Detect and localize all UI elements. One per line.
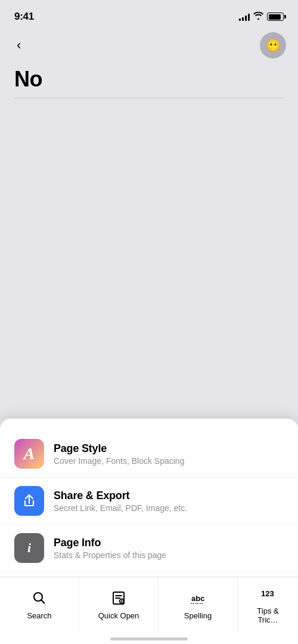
page-info-title: Page Info	[54, 537, 166, 549]
tips-icon: 123	[260, 586, 276, 603]
page-info-icon: i	[27, 540, 31, 556]
header: ‹ 😶	[0, 29, 298, 62]
page-style-subtitle: Cover Image, Fonts, Block Spacing	[54, 456, 184, 466]
toolbar-item-quick-open[interactable]: Quick Open	[79, 577, 159, 633]
share-export-text: Share & Export Secret Link, Email, PDF, …	[54, 490, 187, 513]
toolbar-search-label: Search	[2, 611, 76, 620]
page-info-text: Page Info Stats & Properties of this pag…	[54, 537, 166, 560]
spelling-icon: abc	[190, 590, 206, 608]
bottom-sheet: A Page Style Cover Image, Fonts, Block S…	[0, 419, 298, 644]
page-style-title: Page Style	[54, 442, 184, 455]
page-title-area: No	[0, 62, 298, 98]
page-style-icon-wrap: A	[14, 439, 44, 469]
search-icon	[32, 590, 47, 608]
toolbar-item-spelling[interactable]: abc Spelling	[159, 577, 238, 633]
home-indicator	[0, 633, 298, 644]
toolbar-spelling-label: Spelling	[161, 611, 235, 620]
battery-icon	[267, 13, 284, 21]
share-icon-wrap	[14, 486, 44, 516]
signal-icon	[239, 13, 250, 21]
menu-item-page-info[interactable]: i Page Info Stats & Properties of this p…	[0, 525, 298, 572]
toolbar-item-search[interactable]: Search	[0, 577, 79, 633]
quick-open-icon	[111, 590, 126, 608]
share-export-subtitle: Secret Link, Email, PDF, Image, etc.	[54, 503, 187, 513]
share-icon	[21, 493, 37, 509]
bottom-toolbar: Search Quick Open abc	[0, 577, 298, 633]
back-button[interactable]: ‹	[12, 35, 26, 55]
toolbar-tips-label: Tips &Tric…	[240, 606, 296, 624]
avatar-icon: 😶	[266, 38, 281, 52]
page-style-text: Page Style Cover Image, Fonts, Block Spa…	[54, 442, 184, 466]
avatar[interactable]: 😶	[260, 32, 286, 58]
status-bar: 9:41	[0, 0, 298, 29]
menu-item-page-style[interactable]: A Page Style Cover Image, Fonts, Block S…	[0, 431, 298, 478]
share-export-title: Share & Export	[54, 490, 187, 502]
toolbar-quick-open-label: Quick Open	[82, 611, 156, 620]
svg-text:123: 123	[261, 589, 274, 598]
page-style-icon: A	[24, 445, 35, 462]
wifi-icon	[253, 11, 263, 22]
home-bar	[110, 637, 188, 640]
status-icons	[239, 11, 284, 22]
page-info-subtitle: Stats & Properties of this page	[54, 550, 166, 560]
page-info-icon-wrap: i	[14, 533, 44, 563]
svg-text:abc: abc	[191, 594, 204, 603]
toolbar-item-tips[interactable]: 123 Tips &Tric…	[238, 577, 298, 633]
status-time: 9:41	[14, 11, 34, 23]
content-area	[0, 98, 298, 349]
page-title: No	[14, 67, 284, 92]
menu-item-share-export[interactable]: Share & Export Secret Link, Email, PDF, …	[0, 478, 298, 525]
